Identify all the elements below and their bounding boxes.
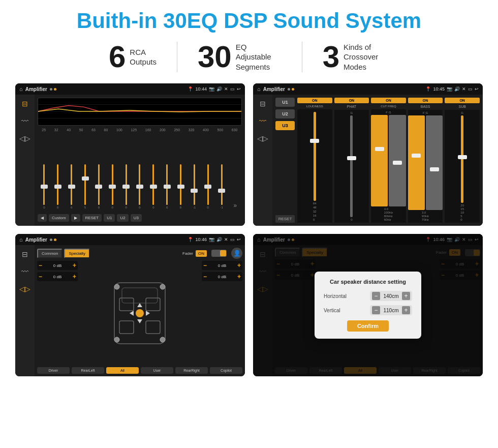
- horizontal-plus-btn[interactable]: +: [402, 292, 410, 300]
- eq-track-11[interactable]: [194, 164, 195, 205]
- wave-icon-3[interactable]: 〰: [21, 267, 28, 276]
- v-slider-bass1[interactable]: [408, 115, 425, 210]
- eq-track-2[interactable]: [71, 164, 72, 205]
- db-plus-fl[interactable]: +: [73, 262, 76, 269]
- dot-rec3: [54, 238, 56, 241]
- screen1-content: ⊟ 〰 ◁▷: [15, 95, 245, 226]
- eq-track-1[interactable]: [57, 164, 58, 205]
- speaker-icon-3[interactable]: ◁▷: [19, 285, 30, 293]
- prev-btn[interactable]: ◀: [38, 214, 47, 222]
- db-plus-fr[interactable]: +: [237, 262, 241, 269]
- eq-icon-3[interactable]: ⊟: [22, 250, 28, 258]
- stat-eq: 30 EQ AdjustableSegments: [177, 42, 302, 72]
- v-slider-phat[interactable]: [350, 115, 353, 217]
- v-slider-cf1[interactable]: [371, 115, 388, 206]
- eq-slider-10: 0: [174, 134, 188, 209]
- db-plus-rl[interactable]: +: [73, 273, 76, 280]
- speaker-icon-1[interactable]: ◁▷: [19, 134, 30, 142]
- copilot-btn[interactable]: Copilot: [210, 367, 242, 374]
- speaker-icon-2[interactable]: ◁▷: [257, 134, 268, 142]
- eq-track-4[interactable]: [98, 164, 100, 205]
- eq-track-5[interactable]: [112, 164, 113, 205]
- eq-track-13[interactable]: [221, 164, 223, 205]
- status-bar-2: ⌂ Amplifier 📍 10:45 📷 🔊 ✕ ▭ ↩: [253, 83, 483, 95]
- settings-avatar[interactable]: 👤: [231, 248, 242, 259]
- eq-val-8: 0: [152, 206, 154, 209]
- eq-freq-80: 80: [104, 128, 108, 132]
- vertical-plus-btn[interactable]: +: [402, 306, 410, 314]
- eq-slider-2: 0: [65, 134, 78, 209]
- eq-slider-5: 0: [106, 134, 119, 209]
- back-icon-3[interactable]: ↩: [237, 237, 241, 242]
- v-slider-cf2[interactable]: [389, 115, 406, 206]
- wave-icon-2[interactable]: 〰: [259, 117, 266, 125]
- home-icon-1[interactable]: ⌂: [19, 86, 23, 92]
- dialog-vertical-row: Vertical − 110cm +: [324, 305, 412, 315]
- eq-track-0[interactable]: [43, 164, 45, 205]
- reset-btn[interactable]: RESET: [82, 214, 102, 222]
- speaker-col-left: − 0 dB + − 0 dB +: [37, 261, 78, 365]
- all-btn[interactable]: All: [106, 367, 139, 374]
- eq-track-12[interactable]: [207, 164, 209, 205]
- ch-label-loudness: LOUDNESS: [306, 105, 323, 108]
- eq-freq-160: 160: [145, 128, 151, 132]
- eq-expand-btn[interactable]: »: [229, 134, 242, 209]
- user-btn[interactable]: User: [141, 367, 173, 374]
- x-icon-1: ✕: [224, 86, 228, 92]
- vertical-minus-btn[interactable]: −: [372, 306, 380, 314]
- crossover-reset[interactable]: RESET: [275, 215, 295, 223]
- svg-rect-7: [119, 321, 134, 334]
- vertical-value: 110cm: [382, 308, 400, 313]
- common-btn[interactable]: Common: [37, 249, 63, 258]
- play-btn[interactable]: ▶: [71, 214, 80, 222]
- eq-icon-1[interactable]: ⊟: [22, 100, 28, 108]
- home-icon-2[interactable]: ⌂: [257, 86, 261, 92]
- screen3-content: ⊟ 〰 ◁▷ Common Specialty Fader ON: [15, 245, 245, 376]
- eq-val-7: 0: [139, 206, 140, 209]
- u2-btn[interactable]: U2: [275, 109, 295, 118]
- db-minus-fr[interactable]: −: [203, 262, 207, 269]
- horizontal-minus-btn[interactable]: −: [372, 292, 380, 300]
- ch-slider-sub: G 20 15 10 5 0: [445, 110, 480, 223]
- eq-icon-2[interactable]: ⊟: [260, 100, 266, 108]
- eq-track-8[interactable]: [152, 164, 154, 205]
- eq-track-9[interactable]: [166, 164, 168, 205]
- u1-btn[interactable]: U1: [275, 98, 295, 107]
- driver-btn[interactable]: Driver: [37, 367, 70, 374]
- eq-freq-25: 25: [42, 128, 46, 132]
- u3-btn-eq[interactable]: U3: [131, 214, 142, 222]
- eq-track-7[interactable]: [139, 164, 140, 205]
- eq-val-3: 5: [84, 206, 86, 209]
- eq-track-3[interactable]: [84, 164, 86, 205]
- eq-slider-8: 0: [147, 134, 160, 209]
- db-minus-rl[interactable]: −: [39, 273, 42, 280]
- v-slider-bass2[interactable]: [426, 115, 443, 210]
- eq-track-10[interactable]: [180, 164, 181, 205]
- v-slider-sub[interactable]: [461, 115, 463, 203]
- eq-freq-63: 63: [91, 128, 96, 132]
- channel-sub: ON SUB G 20 15 10: [445, 98, 480, 223]
- ch-header-bass: ON: [408, 98, 443, 103]
- back-icon-1[interactable]: ↩: [237, 86, 241, 92]
- ch-header-sub: ON: [445, 98, 480, 103]
- fader-on-btn[interactable]: ON: [196, 250, 207, 257]
- app-name-1: Amplifier: [25, 86, 47, 92]
- back-icon-2[interactable]: ↩: [475, 86, 479, 92]
- wave-icon-1[interactable]: 〰: [21, 117, 28, 125]
- db-minus-rr[interactable]: −: [203, 273, 207, 280]
- db-minus-fl[interactable]: −: [39, 262, 42, 269]
- rearleft-btn[interactable]: RearLeft: [72, 367, 104, 374]
- home-icon-3[interactable]: ⌂: [19, 236, 23, 243]
- specialty-btn[interactable]: Specialty: [64, 249, 89, 258]
- v-slider-loudness[interactable]: [314, 112, 316, 201]
- eq-track-6[interactable]: [126, 164, 127, 205]
- u3-btn[interactable]: U3: [275, 121, 295, 130]
- rearright-btn[interactable]: RearRight: [175, 367, 208, 374]
- ch-header-cutfreq: ON: [371, 98, 406, 103]
- confirm-button[interactable]: Confirm: [347, 320, 389, 332]
- db-plus-rr[interactable]: +: [237, 273, 241, 280]
- status-bar-right-2: 📍 10:45 📷 🔊 ✕ ▭ ↩: [425, 86, 479, 92]
- u1-btn-eq[interactable]: U1: [104, 214, 115, 222]
- u2-btn-eq[interactable]: U2: [117, 214, 128, 222]
- db-value-fl: 0 dB: [44, 263, 71, 268]
